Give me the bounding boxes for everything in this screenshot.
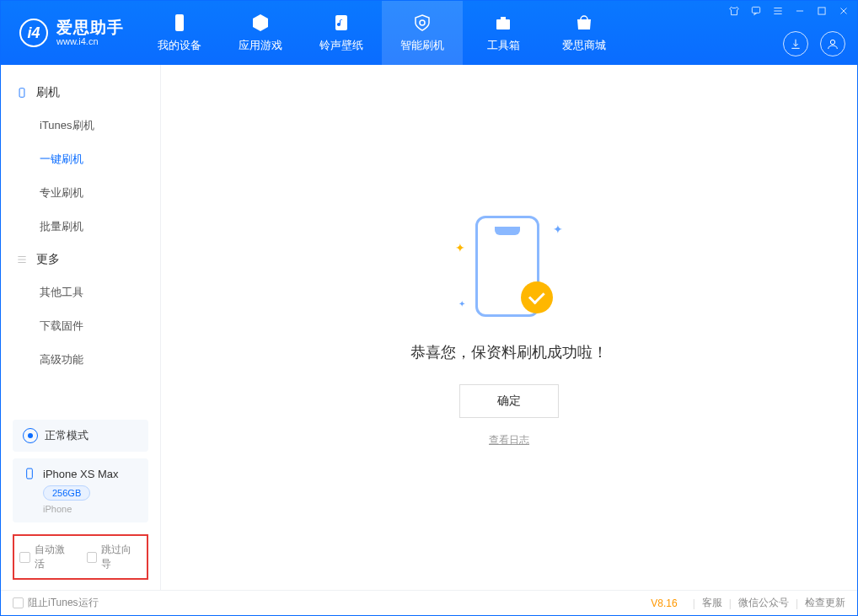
download-button[interactable] xyxy=(783,31,808,56)
titlebar: i4 爱思助手 www.i4.cn 我的设备 应用游戏 铃声壁纸 智能刷机 xyxy=(1,1,857,65)
main-content: ✦ ✦ ✦ 恭喜您，保资料刷机成功啦！ 确定 查看日志 xyxy=(161,65,857,590)
titlebar-actions xyxy=(783,31,845,56)
svg-rect-1 xyxy=(335,15,347,30)
sparkle-icon: ✦ xyxy=(455,241,465,254)
device-small-icon xyxy=(16,87,28,99)
menu-icon[interactable] xyxy=(771,4,785,18)
nav-tab-toolbox[interactable]: 工具箱 xyxy=(463,1,544,65)
sidebar: 刷机 iTunes刷机 一键刷机 专业刷机 批量刷机 更多 其他工具 下载固件 … xyxy=(1,65,161,590)
phone-icon xyxy=(169,13,190,33)
sidebar-group-flash: 刷机 xyxy=(1,77,160,109)
sidebar-item-oneclick-flash[interactable]: 一键刷机 xyxy=(1,142,160,176)
nav-tab-device[interactable]: 我的设备 xyxy=(139,1,220,65)
window-controls xyxy=(727,4,850,18)
svg-rect-7 xyxy=(19,88,24,98)
device-name-row: iPhone XS Max xyxy=(23,467,138,480)
toolbox-icon xyxy=(493,13,513,33)
app-subtitle: www.i4.cn xyxy=(56,36,124,46)
feedback-icon[interactable] xyxy=(749,4,763,18)
checkbox-skip-guide[interactable]: 跳过向导 xyxy=(87,543,142,571)
svg-rect-2 xyxy=(496,19,510,29)
device-type: iPhone xyxy=(43,504,138,514)
nav-tab-flash[interactable]: 智能刷机 xyxy=(382,1,463,65)
close-icon[interactable] xyxy=(837,4,850,18)
svg-rect-0 xyxy=(175,14,184,31)
nav-tab-ringtones[interactable]: 铃声壁纸 xyxy=(301,1,382,65)
statusbar: 阻止iTunes运行 V8.16 | 客服 | 微信公众号 | 检查更新 xyxy=(1,590,857,615)
sidebar-group-more: 更多 xyxy=(1,244,160,276)
mode-label: 正常模式 xyxy=(45,428,88,443)
checkbox-label: 自动激活 xyxy=(35,543,75,571)
status-link-support[interactable]: 客服 xyxy=(702,596,722,610)
nav-label: 工具箱 xyxy=(487,38,520,53)
minimize-icon[interactable] xyxy=(793,4,807,18)
success-message: 恭喜您，保资料刷机成功啦！ xyxy=(410,342,608,362)
shirt-icon[interactable] xyxy=(727,4,741,18)
app-window: i4 爱思助手 www.i4.cn 我的设备 应用游戏 铃声壁纸 智能刷机 xyxy=(0,0,858,616)
status-link-wechat[interactable]: 微信公众号 xyxy=(738,596,789,610)
device-box[interactable]: iPhone XS Max 256GB iPhone xyxy=(13,458,148,522)
nav-label: 铃声壁纸 xyxy=(319,38,363,53)
sparkle-icon: ✦ xyxy=(458,299,465,308)
cube-icon xyxy=(250,13,271,33)
nav-tab-apps[interactable]: 应用游戏 xyxy=(220,1,301,65)
nav-tabs: 我的设备 应用游戏 铃声壁纸 智能刷机 工具箱 爱思商城 xyxy=(139,1,625,65)
sidebar-item-itunes-flash[interactable]: iTunes刷机 xyxy=(1,109,160,142)
checkbox-box-icon xyxy=(19,552,30,563)
sidebar-item-batch-flash[interactable]: 批量刷机 xyxy=(1,210,160,244)
sidebar-item-pro-flash[interactable]: 专业刷机 xyxy=(1,176,160,210)
check-badge-icon xyxy=(521,281,553,313)
checkbox-auto-activate[interactable]: 自动激活 xyxy=(19,543,75,571)
group-title: 更多 xyxy=(36,252,60,267)
maximize-icon[interactable] xyxy=(815,4,829,18)
refresh-shield-icon xyxy=(412,13,432,33)
success-illustration: ✦ ✦ ✦ xyxy=(450,207,568,325)
version-label: V8.16 xyxy=(651,597,677,609)
list-icon xyxy=(16,254,28,265)
user-button[interactable] xyxy=(820,31,845,56)
mode-box[interactable]: 正常模式 xyxy=(13,420,148,452)
sidebar-item-advanced[interactable]: 高级功能 xyxy=(1,343,160,377)
group-title: 刷机 xyxy=(36,85,60,100)
svg-rect-4 xyxy=(752,7,759,13)
device-name: iPhone XS Max xyxy=(43,468,119,480)
body-area: 刷机 iTunes刷机 一键刷机 专业刷机 批量刷机 更多 其他工具 下载固件 … xyxy=(1,65,857,590)
nav-tab-store[interactable]: 爱思商城 xyxy=(544,1,625,65)
music-note-icon xyxy=(331,13,351,33)
app-title: 爱思助手 xyxy=(56,19,124,37)
checkbox-box-icon xyxy=(13,597,24,608)
logo-area: i4 爱思助手 www.i4.cn xyxy=(1,1,139,65)
checkbox-block-itunes[interactable]: 阻止iTunes运行 xyxy=(13,596,99,610)
svg-point-6 xyxy=(830,40,834,44)
app-logo-icon: i4 xyxy=(19,19,48,47)
checkbox-label: 阻止iTunes运行 xyxy=(28,596,99,610)
checkbox-box-icon xyxy=(87,552,98,563)
svg-rect-3 xyxy=(501,17,506,19)
confirm-button[interactable]: 确定 xyxy=(459,384,559,418)
svg-rect-5 xyxy=(818,8,825,14)
mode-indicator-icon xyxy=(23,428,38,443)
checkbox-label: 跳过向导 xyxy=(101,543,142,571)
logo-text: 爱思助手 www.i4.cn xyxy=(56,19,124,47)
nav-label: 智能刷机 xyxy=(400,38,444,53)
nav-label: 我的设备 xyxy=(158,38,201,53)
status-link-update[interactable]: 检查更新 xyxy=(805,596,845,610)
view-log-link[interactable]: 查看日志 xyxy=(489,433,529,447)
nav-label: 应用游戏 xyxy=(239,38,282,53)
svg-rect-8 xyxy=(27,469,33,479)
phone-small-icon xyxy=(23,467,36,480)
storage-badge: 256GB xyxy=(43,485,90,501)
store-icon xyxy=(574,13,594,33)
sidebar-item-download-firmware[interactable]: 下载固件 xyxy=(1,309,160,343)
nav-label: 爱思商城 xyxy=(562,38,606,53)
status-right: V8.16 | 客服 | 微信公众号 | 检查更新 xyxy=(651,596,845,610)
sidebar-item-other-tools[interactable]: 其他工具 xyxy=(1,276,160,309)
sparkle-icon: ✦ xyxy=(553,222,563,236)
highlighted-options: 自动激活 跳过向导 xyxy=(13,534,148,580)
